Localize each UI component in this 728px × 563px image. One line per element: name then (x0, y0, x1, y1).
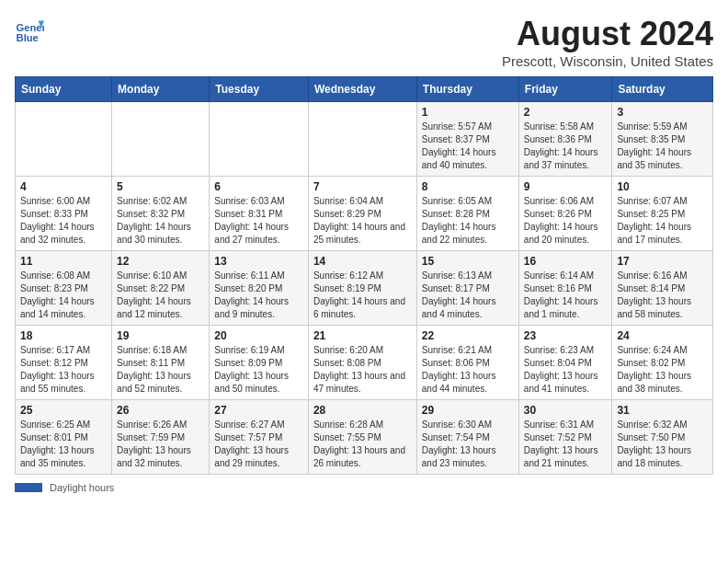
day-info: Sunrise: 6:12 AM Sunset: 8:19 PM Dayligh… (313, 270, 412, 321)
calendar-cell: 23Sunrise: 6:23 AM Sunset: 8:04 PM Dayli… (518, 326, 612, 400)
calendar-cell (112, 102, 210, 177)
logo-icon: General Blue (15, 15, 44, 44)
calendar-cell: 15Sunrise: 6:13 AM Sunset: 8:17 PM Dayli… (416, 251, 518, 326)
day-info: Sunrise: 6:14 AM Sunset: 8:16 PM Dayligh… (524, 270, 608, 321)
day-number: 5 (117, 180, 204, 193)
day-info: Sunrise: 6:19 AM Sunset: 8:09 PM Dayligh… (214, 344, 303, 396)
day-number: 3 (617, 106, 708, 119)
day-number: 6 (214, 180, 303, 193)
location-title: Prescott, Wisconsin, United States (502, 53, 713, 69)
day-info: Sunrise: 6:08 AM Sunset: 8:23 PM Dayligh… (20, 270, 107, 321)
day-number: 29 (422, 404, 514, 417)
calendar-cell: 29Sunrise: 6:30 AM Sunset: 7:54 PM Dayli… (416, 400, 518, 475)
calendar-cell: 26Sunrise: 6:26 AM Sunset: 7:59 PM Dayli… (112, 400, 210, 475)
day-info: Sunrise: 6:10 AM Sunset: 8:22 PM Dayligh… (117, 270, 204, 321)
calendar-cell: 27Sunrise: 6:27 AM Sunset: 7:57 PM Dayli… (210, 400, 309, 475)
day-number: 18 (20, 329, 107, 342)
day-info: Sunrise: 6:04 AM Sunset: 8:29 PM Dayligh… (313, 195, 412, 247)
calendar-cell (308, 102, 416, 177)
day-number: 7 (313, 180, 412, 193)
day-number: 20 (214, 329, 303, 342)
day-number: 16 (524, 255, 608, 268)
day-info: Sunrise: 6:30 AM Sunset: 7:54 PM Dayligh… (422, 419, 514, 470)
month-title: August 2024 (502, 15, 713, 53)
calendar-cell: 22Sunrise: 6:21 AM Sunset: 8:06 PM Dayli… (416, 326, 518, 400)
calendar-table: SundayMondayTuesdayWednesdayThursdayFrid… (15, 76, 713, 475)
week-row-5: 25Sunrise: 6:25 AM Sunset: 8:01 PM Dayli… (16, 400, 713, 475)
day-info: Sunrise: 6:28 AM Sunset: 7:55 PM Dayligh… (313, 419, 412, 470)
dow-header-sunday: Sunday (16, 77, 112, 102)
calendar-cell: 14Sunrise: 6:12 AM Sunset: 8:19 PM Dayli… (308, 251, 416, 326)
week-row-1: 1Sunrise: 5:57 AM Sunset: 8:37 PM Daylig… (16, 102, 713, 177)
calendar-cell: 25Sunrise: 6:25 AM Sunset: 8:01 PM Dayli… (16, 400, 112, 475)
dow-header-thursday: Thursday (416, 77, 518, 102)
day-number: 11 (20, 255, 107, 268)
day-info: Sunrise: 5:59 AM Sunset: 8:35 PM Dayligh… (617, 121, 708, 172)
day-number: 10 (617, 180, 708, 193)
day-number: 24 (617, 329, 708, 342)
dow-header-saturday: Saturday (612, 77, 713, 102)
day-info: Sunrise: 6:26 AM Sunset: 7:59 PM Dayligh… (117, 419, 204, 470)
svg-text:Blue: Blue (17, 32, 39, 43)
day-number: 22 (422, 329, 514, 342)
day-info: Sunrise: 6:27 AM Sunset: 7:57 PM Dayligh… (214, 419, 303, 470)
calendar-cell: 11Sunrise: 6:08 AM Sunset: 8:23 PM Dayli… (16, 251, 112, 326)
day-info: Sunrise: 6:17 AM Sunset: 8:12 PM Dayligh… (20, 344, 107, 396)
daylight-label: Daylight hours (50, 482, 114, 493)
calendar-cell: 19Sunrise: 6:18 AM Sunset: 8:11 PM Dayli… (112, 326, 210, 400)
day-info: Sunrise: 6:24 AM Sunset: 8:02 PM Dayligh… (617, 344, 708, 396)
calendar-cell: 28Sunrise: 6:28 AM Sunset: 7:55 PM Dayli… (308, 400, 416, 475)
day-info: Sunrise: 6:00 AM Sunset: 8:33 PM Dayligh… (20, 195, 107, 247)
calendar-cell: 6Sunrise: 6:03 AM Sunset: 8:31 PM Daylig… (210, 177, 309, 251)
day-number: 19 (117, 329, 204, 342)
day-info: Sunrise: 6:13 AM Sunset: 8:17 PM Dayligh… (422, 270, 514, 321)
day-info: Sunrise: 5:57 AM Sunset: 8:37 PM Dayligh… (422, 121, 514, 172)
day-info: Sunrise: 6:11 AM Sunset: 8:20 PM Dayligh… (214, 270, 303, 321)
day-number: 26 (117, 404, 204, 417)
day-info: Sunrise: 5:58 AM Sunset: 8:36 PM Dayligh… (524, 121, 608, 172)
day-info: Sunrise: 6:21 AM Sunset: 8:06 PM Dayligh… (422, 344, 514, 396)
calendar-cell: 12Sunrise: 6:10 AM Sunset: 8:22 PM Dayli… (112, 251, 210, 326)
calendar-cell: 17Sunrise: 6:16 AM Sunset: 8:14 PM Dayli… (612, 251, 713, 326)
day-of-week-row: SundayMondayTuesdayWednesdayThursdayFrid… (16, 77, 713, 102)
day-info: Sunrise: 6:32 AM Sunset: 7:50 PM Dayligh… (617, 419, 708, 470)
calendar-cell: 16Sunrise: 6:14 AM Sunset: 8:16 PM Dayli… (518, 251, 612, 326)
day-number: 15 (422, 255, 514, 268)
day-info: Sunrise: 6:07 AM Sunset: 8:25 PM Dayligh… (617, 195, 708, 247)
day-info: Sunrise: 6:16 AM Sunset: 8:14 PM Dayligh… (617, 270, 708, 321)
day-info: Sunrise: 6:02 AM Sunset: 8:32 PM Dayligh… (117, 195, 204, 247)
day-number: 21 (313, 329, 412, 342)
calendar-cell: 2Sunrise: 5:58 AM Sunset: 8:36 PM Daylig… (518, 102, 612, 177)
calendar-cell: 4Sunrise: 6:00 AM Sunset: 8:33 PM Daylig… (16, 177, 112, 251)
day-number: 25 (20, 404, 107, 417)
dow-header-friday: Friday (518, 77, 612, 102)
day-number: 28 (313, 404, 412, 417)
day-number: 23 (524, 329, 608, 342)
day-number: 13 (214, 255, 303, 268)
day-info: Sunrise: 6:23 AM Sunset: 8:04 PM Dayligh… (524, 344, 608, 396)
day-info: Sunrise: 6:25 AM Sunset: 8:01 PM Dayligh… (20, 419, 107, 470)
calendar-cell: 20Sunrise: 6:19 AM Sunset: 8:09 PM Dayli… (210, 326, 309, 400)
daylight-bar-icon (15, 483, 42, 492)
day-number: 9 (524, 180, 608, 193)
day-number: 27 (214, 404, 303, 417)
day-number: 12 (117, 255, 204, 268)
calendar-body: 1Sunrise: 5:57 AM Sunset: 8:37 PM Daylig… (16, 102, 713, 475)
day-info: Sunrise: 6:20 AM Sunset: 8:08 PM Dayligh… (313, 344, 412, 396)
day-info: Sunrise: 6:05 AM Sunset: 8:28 PM Dayligh… (422, 195, 514, 247)
calendar-cell: 5Sunrise: 6:02 AM Sunset: 8:32 PM Daylig… (112, 177, 210, 251)
week-row-2: 4Sunrise: 6:00 AM Sunset: 8:33 PM Daylig… (16, 177, 713, 251)
day-info: Sunrise: 6:31 AM Sunset: 7:52 PM Dayligh… (524, 419, 608, 470)
day-number: 2 (524, 106, 608, 119)
week-row-3: 11Sunrise: 6:08 AM Sunset: 8:23 PM Dayli… (16, 251, 713, 326)
day-info: Sunrise: 6:18 AM Sunset: 8:11 PM Dayligh… (117, 344, 204, 396)
day-number: 30 (524, 404, 608, 417)
calendar-cell: 18Sunrise: 6:17 AM Sunset: 8:12 PM Dayli… (16, 326, 112, 400)
calendar-cell: 8Sunrise: 6:05 AM Sunset: 8:28 PM Daylig… (416, 177, 518, 251)
day-number: 14 (313, 255, 412, 268)
calendar-cell: 13Sunrise: 6:11 AM Sunset: 8:20 PM Dayli… (210, 251, 309, 326)
week-row-4: 18Sunrise: 6:17 AM Sunset: 8:12 PM Dayli… (16, 326, 713, 400)
footer-note: Daylight hours (15, 482, 713, 493)
day-number: 17 (617, 255, 708, 268)
calendar-cell: 9Sunrise: 6:06 AM Sunset: 8:26 PM Daylig… (518, 177, 612, 251)
